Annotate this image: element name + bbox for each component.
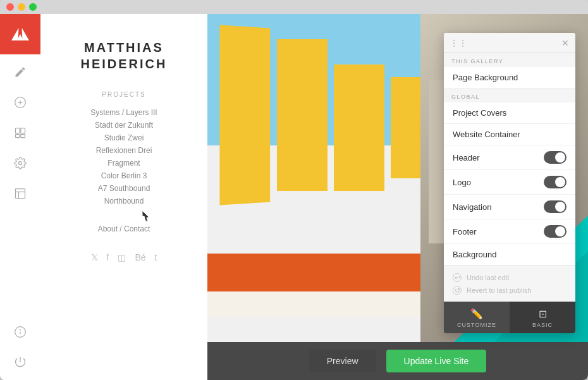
svg-rect-8 — [16, 189, 25, 199]
project-covers-item[interactable]: Project Covers — [444, 102, 575, 124]
instagram-icon[interactable]: ◫ — [118, 252, 126, 262]
power-icon[interactable] — [13, 355, 28, 370]
website-container-item[interactable]: Website Container — [444, 124, 575, 145]
projects-label: PROJECTS — [102, 91, 145, 98]
customize-tab-icon: ✏️ — [470, 308, 483, 320]
website-container-label: Website Container — [453, 130, 520, 139]
footer-item[interactable]: Footer — [444, 219, 575, 244]
cursor — [142, 210, 148, 220]
footer-toggle[interactable] — [544, 225, 567, 238]
close-dot[interactable] — [6, 3, 14, 11]
revert-icon: ↺ — [453, 286, 462, 295]
add-icon[interactable] — [13, 95, 28, 110]
tumblr-icon[interactable]: t — [155, 252, 157, 262]
app-window: MATTHIAS HEIDERICH PROJECTS Systems / La… — [0, 0, 588, 380]
svg-rect-3 — [16, 128, 20, 133]
edit-icon[interactable] — [13, 64, 28, 80]
pages-icon[interactable] — [13, 125, 28, 140]
undo-label: Undo last edit — [467, 274, 509, 281]
app-body: MATTHIAS HEIDERICH PROJECTS Systems / La… — [0, 14, 588, 380]
background-label: Background — [453, 250, 496, 259]
project-links: Systems / Layers III Stadt der Zukunft S… — [90, 108, 157, 205]
revert-label: Revert to last publish — [467, 286, 532, 294]
project-link[interactable]: Reflexionen Drei — [96, 146, 152, 155]
twitter-icon[interactable]: 𝕏 — [91, 252, 98, 262]
page-background-item[interactable]: Page Background — [444, 67, 575, 89]
background-item[interactable]: Background — [444, 244, 575, 266]
left-toolbar — [0, 14, 40, 380]
global-label: GLOBAL — [444, 89, 575, 102]
bottom-bar: Preview Update Live Site — [207, 342, 588, 380]
panel-drag-handle[interactable]: ⋮⋮ ✕ — [444, 33, 575, 53]
navigation-label: Navigation — [453, 202, 491, 212]
close-panel-button[interactable]: ✕ — [561, 38, 569, 48]
settings-icon[interactable] — [13, 156, 28, 171]
basic-tab-label: BASIC — [532, 322, 553, 328]
this-gallery-label: THIS GALLERY — [444, 53, 575, 67]
site-logo: MATTHIAS HEIDERICH — [80, 39, 167, 72]
undo-action[interactable]: ↩ Undo last edit — [453, 271, 567, 284]
drag-handle-icon: ⋮⋮ — [450, 39, 468, 47]
customize-tab[interactable]: ✏️ CUSTOMIZE — [444, 302, 510, 333]
customize-tab-label: CUSTOMIZE — [457, 322, 496, 328]
yellow-block-1 — [219, 25, 270, 205]
customization-panel: ⋮⋮ ✕ THIS GALLERY Page Background GLOBAL… — [444, 33, 575, 333]
header-label: Header — [453, 153, 480, 162]
header-item[interactable]: Header — [444, 145, 575, 170]
minimize-dot[interactable] — [18, 3, 25, 11]
logo-label: Logo — [453, 178, 471, 187]
navigation-toggle[interactable] — [544, 200, 567, 213]
logo-toggle[interactable] — [544, 176, 567, 188]
project-link[interactable]: Northbound — [104, 197, 144, 205]
page-background-label: Page Background — [453, 73, 518, 82]
revert-action[interactable]: ↺ Revert to last publish — [453, 284, 567, 297]
basic-tab[interactable]: ⊡ BASIC — [510, 302, 575, 333]
project-link[interactable]: Studie Zwei — [104, 133, 144, 142]
svg-point-7 — [19, 162, 22, 165]
svg-rect-4 — [21, 128, 25, 133]
logo-item[interactable]: Logo — [444, 170, 575, 195]
info-icon[interactable] — [13, 324, 28, 340]
preview-button[interactable]: Preview — [309, 350, 376, 372]
project-link[interactable]: Color Berlin 3 — [101, 171, 147, 180]
panel-tabs: ✏️ CUSTOMIZE ⊡ BASIC — [444, 302, 575, 333]
yellow-block-4 — [391, 77, 420, 178]
hero-yellow-building — [207, 14, 420, 342]
project-link[interactable]: Stadt der Zukunft — [95, 121, 153, 130]
navigation-item[interactable]: Navigation — [444, 195, 575, 219]
orange-strip — [207, 254, 420, 291]
site-nav: MATTHIAS HEIDERICH PROJECTS Systems / La… — [40, 14, 207, 380]
project-covers-label: Project Covers — [453, 108, 506, 118]
toolbar-icons — [13, 54, 28, 324]
adobe-logo — [0, 14, 40, 54]
layout-icon[interactable] — [13, 186, 28, 201]
panel-footer: ↩ Undo last edit ↺ Revert to last publis… — [444, 266, 575, 302]
svg-point-13 — [20, 329, 21, 330]
footer-label: Footer — [453, 227, 477, 236]
update-live-site-button[interactable]: Update Live Site — [386, 350, 487, 372]
header-toggle[interactable] — [544, 151, 567, 164]
project-link[interactable]: Fragment — [107, 159, 140, 168]
yellow-block-3 — [334, 64, 384, 191]
svg-rect-5 — [16, 135, 20, 138]
facebook-icon[interactable]: f — [107, 252, 109, 262]
basic-tab-icon: ⊡ — [539, 308, 547, 320]
behance-icon[interactable]: Bé — [135, 252, 145, 262]
toolbar-bottom — [13, 324, 28, 380]
project-link[interactable]: Systems / Layers III — [90, 108, 157, 117]
maximize-dot[interactable] — [29, 3, 37, 11]
svg-rect-6 — [21, 135, 25, 138]
project-link[interactable]: A7 Southbound — [98, 184, 150, 193]
white-strip — [207, 291, 420, 317]
undo-icon: ↩ — [453, 273, 462, 282]
titlebar — [0, 0, 588, 14]
yellow-block-2 — [277, 39, 328, 191]
social-icons: 𝕏 f ◫ Bé t — [91, 252, 157, 262]
about-link[interactable]: About / Contact — [98, 224, 150, 233]
